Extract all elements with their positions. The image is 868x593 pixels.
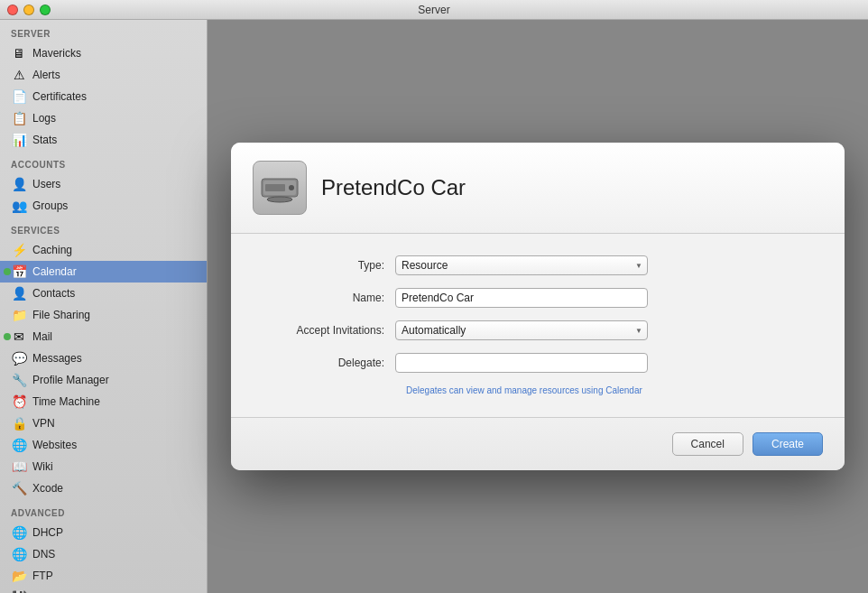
dialog-footer: Cancel Create [231, 417, 845, 470]
main-content: PretendCo Car Type: Resource Place Perso… [208, 20, 868, 593]
type-select-wrapper: Resource Place Person [395, 255, 648, 275]
sidebar-item-label: Wiki [32, 460, 53, 473]
maximize-button[interactable] [40, 5, 51, 15]
type-label: Type: [260, 259, 395, 272]
sidebar: SERVER 🖥 Mavericks ⚠ Alerts 📄 Certificat… [0, 20, 208, 593]
minimize-button[interactable] [23, 5, 34, 15]
mail-icon: ✉ [11, 329, 27, 345]
sidebar-item-groups[interactable]: 👥 Groups [0, 195, 207, 217]
sidebar-item-label: DNS [32, 548, 55, 561]
logs-icon: 📋 [11, 110, 27, 126]
sidebar-item-label: DHCP [32, 526, 63, 539]
name-input[interactable] [395, 288, 648, 308]
wiki-icon: 📖 [11, 459, 27, 475]
name-field-wrapper [395, 288, 648, 308]
sidebar-item-profile-manager[interactable]: 🔧 Profile Manager [0, 369, 207, 391]
sidebar-item-label: File Sharing [32, 309, 90, 321]
sidebar-item-label: Calendar [32, 265, 77, 278]
sidebar-item-xcode[interactable]: 🔨 Xcode [0, 477, 207, 499]
window-title: Server [418, 4, 449, 16]
type-select[interactable]: Resource Place Person [395, 255, 648, 275]
sidebar-item-mail[interactable]: ✉ Mail [0, 326, 207, 347]
mail-dot [4, 333, 11, 340]
sidebar-item-label: Messages [32, 352, 82, 365]
sidebar-item-label: Contacts [32, 287, 75, 300]
sidebar-item-netinstall[interactable]: 💾 NetInstall [0, 587, 207, 593]
sidebar-item-label: Mail [32, 330, 52, 343]
sidebar-item-label: VPN [32, 417, 55, 430]
sidebar-item-calendar[interactable]: 📅 Calendar [0, 261, 207, 283]
contacts-icon: 👤 [11, 285, 27, 301]
profile-manager-icon: 🔧 [11, 372, 27, 388]
cancel-button[interactable]: Cancel [672, 432, 743, 456]
mavericks-icon: 🖥 [11, 45, 27, 61]
time-machine-icon: ⏰ [11, 394, 27, 410]
active-dot [4, 268, 11, 275]
messages-icon: 💬 [11, 350, 27, 366]
sidebar-item-dns[interactable]: 🌐 DNS [0, 543, 207, 565]
sidebar-item-label: Time Machine [32, 395, 100, 408]
sidebar-item-users[interactable]: 👤 Users [0, 173, 207, 195]
sidebar-item-label: Groups [32, 199, 68, 212]
sidebar-item-label: Profile Manager [32, 374, 109, 386]
delegate-label: Delegate: [260, 357, 395, 369]
delegate-input[interactable] [395, 353, 648, 373]
accept-invitations-label: Accept Invitations: [260, 324, 395, 337]
sidebar-item-time-machine[interactable]: ⏰ Time Machine [0, 391, 207, 412]
sidebar-item-stats[interactable]: 📊 Stats [0, 129, 207, 151]
window-controls[interactable] [7, 5, 51, 15]
certificates-icon: 📄 [11, 88, 27, 105]
sidebar-item-wiki[interactable]: 📖 Wiki [0, 456, 207, 477]
sidebar-item-certificates[interactable]: 📄 Certificates [0, 86, 207, 107]
sidebar-item-label: Stats [32, 134, 57, 146]
svg-point-2 [289, 185, 294, 190]
sidebar-item-label: Alerts [32, 69, 60, 81]
advanced-section-header: ADVANCED [0, 499, 207, 522]
name-row: Name: [260, 288, 816, 308]
sidebar-item-mavericks[interactable]: 🖥 Mavericks [0, 42, 207, 64]
netinstall-icon: 💾 [11, 589, 27, 593]
sidebar-item-label: FTP [32, 570, 53, 582]
sidebar-item-logs[interactable]: 📋 Logs [0, 107, 207, 129]
sidebar-item-vpn[interactable]: 🔒 VPN [0, 412, 207, 434]
sidebar-item-messages[interactable]: 💬 Messages [0, 347, 207, 369]
close-button[interactable] [7, 5, 18, 15]
resource-dialog: PretendCo Car Type: Resource Place Perso… [231, 143, 845, 470]
websites-icon: 🌐 [11, 437, 27, 453]
ftp-icon: 📂 [11, 568, 27, 584]
caching-icon: ⚡ [11, 242, 27, 258]
services-section-header: SERVICES [0, 217, 207, 239]
accounts-section-header: ACCOUNTS [0, 151, 207, 173]
name-label: Name: [260, 292, 395, 304]
delegate-help-text: Delegates can view and manage resources … [406, 385, 816, 395]
server-section-header: SERVER [0, 20, 207, 42]
titlebar: Server [0, 0, 868, 20]
sidebar-item-ftp[interactable]: 📂 FTP [0, 565, 207, 587]
file-sharing-icon: 📁 [11, 307, 27, 323]
sidebar-item-caching[interactable]: ⚡ Caching [0, 239, 207, 261]
sidebar-item-websites[interactable]: 🌐 Websites [0, 434, 207, 456]
sidebar-item-contacts[interactable]: 👤 Contacts [0, 283, 207, 304]
sidebar-item-label: Caching [32, 244, 72, 256]
create-button[interactable]: Create [753, 432, 823, 456]
dialog-title: PretendCo Car [321, 175, 466, 200]
sidebar-item-label: Websites [32, 439, 77, 451]
accept-invitations-select[interactable]: Automatically Manually [395, 320, 648, 340]
sidebar-item-label: Xcode [32, 482, 63, 495]
resource-icon [253, 161, 307, 215]
users-icon: 👤 [11, 176, 27, 192]
accept-invitations-row: Accept Invitations: Automatically Manual… [260, 320, 816, 340]
sidebar-item-label: Logs [32, 112, 56, 125]
dns-icon: 🌐 [11, 546, 27, 562]
dialog-body: Type: Resource Place Person Name: [231, 234, 845, 417]
alerts-icon: ⚠ [11, 67, 27, 83]
xcode-icon: 🔨 [11, 480, 27, 496]
svg-point-4 [267, 197, 292, 202]
sidebar-item-file-sharing[interactable]: 📁 File Sharing [0, 304, 207, 326]
sidebar-item-label: Mavericks [32, 47, 81, 60]
type-row: Type: Resource Place Person [260, 255, 816, 275]
sidebar-item-alerts[interactable]: ⚠ Alerts [0, 64, 207, 86]
sidebar-item-dhcp[interactable]: 🌐 DHCP [0, 522, 207, 543]
sidebar-item-label: Users [32, 178, 60, 190]
accept-invitations-select-wrapper: Automatically Manually [395, 320, 648, 340]
